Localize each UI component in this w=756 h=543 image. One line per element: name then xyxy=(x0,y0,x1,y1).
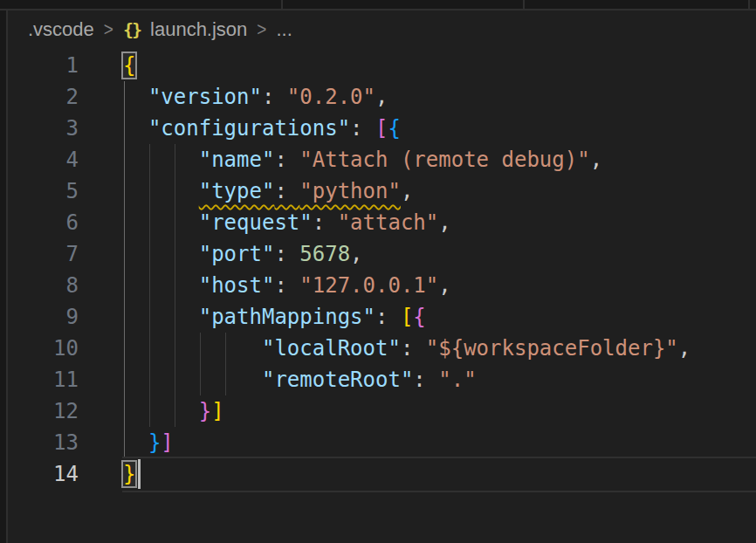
code-segment xyxy=(123,179,199,203)
code-segment: , xyxy=(678,336,691,361)
code-line-content: "localRoot": "${workspaceFolder}", xyxy=(0,333,756,364)
code-line[interactable]: 6 "request": "attach", xyxy=(0,207,756,238)
breadcrumb-item-more[interactable]: ... xyxy=(276,18,292,41)
code-segment: , xyxy=(438,273,450,298)
code-line[interactable]: 5 "type": "python", xyxy=(0,175,756,207)
code-segment xyxy=(123,242,199,266)
code-segment: : xyxy=(401,336,426,361)
code-segment: : xyxy=(313,210,338,235)
code-segment xyxy=(123,85,148,109)
code-segment xyxy=(123,336,262,361)
active-line-highlight xyxy=(122,457,756,492)
indent-guide xyxy=(149,395,150,427)
indent-guide xyxy=(175,238,175,270)
indent-guide xyxy=(124,144,125,175)
code-segment: "type" xyxy=(199,179,275,203)
code-segment: "0.2.0" xyxy=(287,85,375,109)
code-segment: "remoteRoot" xyxy=(262,368,413,392)
breadcrumb-item-file[interactable]: launch.json xyxy=(150,18,247,41)
tab-separator xyxy=(748,0,750,9)
code-line[interactable]: 8 "host": "127.0.0.1", xyxy=(0,270,756,301)
code-segment xyxy=(123,430,148,455)
code-segment: ] xyxy=(211,399,223,423)
code-line[interactable]: 10 "localRoot": "${workspaceFolder}", xyxy=(0,333,756,364)
code-segment: { xyxy=(388,116,400,141)
code-segment: , xyxy=(438,210,450,235)
indent-guide xyxy=(175,301,175,333)
indent-guide xyxy=(124,333,125,364)
code-segment: : xyxy=(274,273,299,298)
code-line[interactable]: 4 "name": "Attach (remote debug)", xyxy=(0,144,756,175)
indent-guide xyxy=(124,395,125,427)
code-line[interactable]: 12 }] xyxy=(0,395,756,427)
indent-guide xyxy=(225,364,226,395)
indent-guide xyxy=(149,301,150,333)
code-line-content: "request": "attach", xyxy=(0,207,756,238)
indent-guide xyxy=(175,270,175,301)
code-segment: "Attach (remote debug)" xyxy=(299,148,589,172)
code-line[interactable]: 13 }] xyxy=(0,427,756,458)
code-segment: , xyxy=(350,242,362,266)
indent-guide xyxy=(124,175,125,207)
indent-guide xyxy=(225,333,226,364)
indent-guide xyxy=(124,270,125,301)
indent-guide xyxy=(149,175,150,207)
code-segment: , xyxy=(375,85,388,109)
code-segment: "python" xyxy=(299,179,401,203)
code-line[interactable]: 9 "pathMappings": [{ xyxy=(0,301,756,333)
code-line[interactable]: 2 "version": "0.2.0", xyxy=(0,81,756,113)
code-segment: "localRoot" xyxy=(262,336,401,361)
code-segment: 5678 xyxy=(299,242,350,266)
code-segment: { xyxy=(413,305,425,329)
indent-guide xyxy=(149,364,150,395)
code-line[interactable]: 14} xyxy=(0,458,756,490)
code-segment: ] xyxy=(161,430,173,455)
indent-guide xyxy=(149,144,150,175)
code-segment xyxy=(123,368,262,392)
indent-guide xyxy=(200,364,201,395)
indent-guide xyxy=(124,238,125,270)
code-line[interactable]: 11 "remoteRoot": "." xyxy=(0,364,756,395)
code-segment xyxy=(123,148,199,172)
breadcrumb: .vscode>{}launch.json>... xyxy=(8,10,756,49)
code-line-content: "type": "python", xyxy=(0,175,756,207)
code-segment: "port" xyxy=(199,242,275,266)
indent-guide xyxy=(175,395,175,427)
indent-guide xyxy=(175,333,175,364)
indent-guide xyxy=(175,175,175,207)
code-segment xyxy=(123,273,199,298)
indent-guide xyxy=(175,364,175,395)
code-segment: [ xyxy=(401,305,413,329)
code-segment: } xyxy=(199,399,211,423)
text-cursor xyxy=(138,459,141,489)
indent-guide xyxy=(200,333,201,364)
code-line[interactable]: 7 "port": 5678, xyxy=(0,238,756,270)
chevron-right-icon: > xyxy=(257,18,266,40)
indent-guide xyxy=(149,333,150,364)
json-braces-icon: {} xyxy=(123,19,141,40)
code-line-content: "version": "0.2.0", xyxy=(0,81,756,113)
code-segment: "." xyxy=(438,368,476,392)
code-segment: "name" xyxy=(199,148,275,172)
code-segment: "pathMappings" xyxy=(199,305,375,329)
code-line[interactable]: 3 "configurations": [{ xyxy=(0,113,756,144)
code-line[interactable]: 1{ xyxy=(0,50,756,81)
code-segment: "attach" xyxy=(338,210,439,235)
tab-separator xyxy=(523,0,525,9)
code-line-content: }] xyxy=(0,427,756,458)
indent-guide xyxy=(124,81,125,113)
code-segment: "127.0.0.1" xyxy=(299,273,438,298)
code-segment: } xyxy=(148,430,161,455)
indent-guide xyxy=(149,207,150,238)
indent-guide xyxy=(124,301,125,333)
code-segment: : xyxy=(274,148,299,172)
code-line-content: "configurations": [{ xyxy=(0,113,756,144)
code-segment: : xyxy=(375,305,401,329)
indent-guide xyxy=(149,270,150,301)
code-line-content: "remoteRoot": "." xyxy=(0,364,756,395)
breadcrumb-item-folder[interactable]: .vscode xyxy=(28,18,94,41)
code-segment: "${workspaceFolder}" xyxy=(426,336,678,361)
code-area[interactable]: 1{2 "version": "0.2.0",3 "configurations… xyxy=(0,50,756,490)
indent-guide xyxy=(175,207,175,238)
code-segment: : xyxy=(274,242,299,266)
